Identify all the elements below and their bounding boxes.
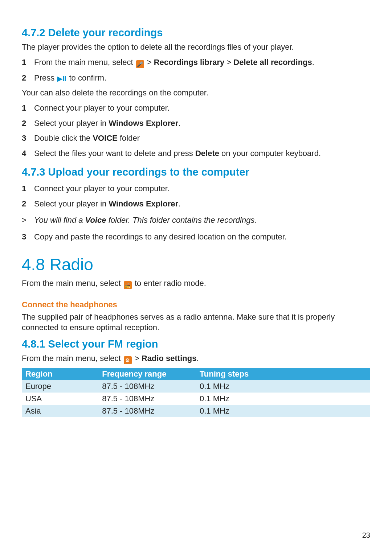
- text: Double click the: [34, 134, 93, 143]
- step-number: 1: [22, 103, 26, 114]
- text: .: [196, 354, 199, 363]
- step-number: 3: [22, 231, 26, 242]
- step-number: 1: [22, 57, 26, 68]
- table-row: Asia 87.5 - 108MHz 0.1 MHz: [22, 405, 370, 417]
- heading-4-8: 4.8 Radio: [22, 255, 370, 274]
- step-472b-1: 1 Connect your player to your computer.: [22, 100, 370, 116]
- steps-473: 1 Connect your player to your computer. …: [22, 181, 370, 211]
- text: Select the files your want to delete and…: [34, 149, 195, 158]
- text-bold: Voice: [85, 216, 106, 225]
- text-bold: Recordings library: [154, 58, 224, 67]
- step-472b-3: 3 Double click the VOICE folder: [22, 131, 370, 146]
- para-48-intro: From the main menu, select 📻 to enter ra…: [22, 278, 370, 289]
- heading-connect-headphones: Connect the headphones: [22, 300, 370, 309]
- th-tuning: Tuning steps: [196, 368, 370, 380]
- cell-region: Asia: [22, 405, 98, 417]
- text: From the main menu, select: [22, 354, 123, 363]
- cell-region: USA: [22, 393, 98, 405]
- heading-4-8-1: 4.8.1 Select your FM region: [22, 338, 370, 350]
- steps-472b: 1 Connect your player to your computer. …: [22, 100, 370, 161]
- text-bold: VOICE: [93, 134, 117, 143]
- cell-freq: 87.5 - 108MHz: [98, 405, 196, 417]
- step-number: 2: [22, 118, 26, 129]
- radio-icon: 📻: [124, 281, 132, 289]
- step-473-1: 1 Connect your player to your computer.: [22, 181, 370, 196]
- table-header-row: Region Frequency range Tuning steps: [22, 368, 370, 380]
- step-number: 1: [22, 183, 26, 194]
- para-headphones: The supplied pair of headphones serves a…: [22, 312, 370, 333]
- cell-step: 0.1 MHz: [196, 393, 370, 405]
- mic-icon: 🎤: [136, 60, 144, 68]
- text: You will find a: [34, 216, 85, 225]
- fm-region-table: Region Frequency range Tuning steps Euro…: [22, 368, 370, 417]
- text: folder: [118, 134, 140, 143]
- cell-region: Europe: [22, 380, 98, 393]
- text: folder. This folder contains the recordi…: [106, 216, 257, 225]
- heading-4-7-3: 4.7.3 Upload your recordings to the comp…: [22, 166, 370, 178]
- text: Select your player in: [34, 199, 109, 208]
- table-row: Europe 87.5 - 108MHz 0.1 MHz: [22, 380, 370, 393]
- step-472a-2: 2 Press ▶II to confirm.: [22, 70, 370, 86]
- cell-step: 0.1 MHz: [196, 380, 370, 393]
- text: .: [178, 119, 180, 128]
- text-bold: Radio settings: [142, 354, 197, 363]
- th-frequency: Frequency range: [98, 368, 196, 380]
- para-472-also: Your can also delete the recordings on t…: [22, 87, 370, 98]
- play-pause-icon: ▶II: [57, 74, 66, 83]
- text: to enter radio mode.: [132, 279, 206, 288]
- page-number: 23: [362, 531, 370, 539]
- cell-freq: 87.5 - 108MHz: [98, 380, 196, 393]
- text: Copy and paste the recordings to any des…: [34, 232, 287, 241]
- text: Connect your player to your computer.: [34, 103, 170, 112]
- step-number: 2: [22, 73, 26, 83]
- text-bold: Delete: [195, 149, 219, 158]
- para-481-intro: From the main menu, select ⚙ > Radio set…: [22, 353, 370, 364]
- note-marker: >: [22, 215, 26, 226]
- text: on your computer keyboard.: [219, 149, 321, 158]
- text: Connect your player to your computer.: [34, 184, 170, 193]
- step-number: 3: [22, 133, 26, 144]
- steps-473b: 3 Copy and paste the recordings to any d…: [22, 229, 370, 245]
- text: Press: [34, 73, 57, 82]
- step-472b-2: 2 Select your player in Windows Explorer…: [22, 116, 370, 131]
- text: From the main menu, select: [22, 279, 123, 288]
- heading-4-7-2: 4.7.2 Delete your recordings: [22, 27, 370, 39]
- text: >: [132, 354, 142, 363]
- text: .: [178, 199, 180, 208]
- text: >: [145, 58, 154, 67]
- cell-step: 0.1 MHz: [196, 405, 370, 417]
- text: Select your player in: [34, 119, 109, 128]
- text: >: [224, 58, 233, 67]
- text: From the main menu, select: [34, 58, 135, 67]
- step-472a-1: 1 From the main menu, select 🎤 > Recordi…: [22, 55, 370, 70]
- text-bold: Delete all recordings: [233, 58, 312, 67]
- step-473-note: > You will find a Voice folder. This fol…: [22, 213, 370, 228]
- text: .: [312, 58, 314, 67]
- cell-freq: 87.5 - 108MHz: [98, 393, 196, 405]
- para-472-intro: The player provides the option to delete…: [22, 42, 370, 53]
- step-473-2: 2 Select your player in Windows Explorer…: [22, 196, 370, 212]
- text: to confirm.: [67, 73, 106, 82]
- text-bold: Windows Explorer: [109, 199, 178, 208]
- th-region: Region: [22, 368, 98, 380]
- step-473-3: 3 Copy and paste the recordings to any d…: [22, 229, 370, 245]
- manual-page: 4.7.2 Delete your recordings The player …: [0, 0, 392, 554]
- gear-icon: ⚙: [124, 356, 132, 364]
- step-472b-4: 4 Select the files your want to delete a…: [22, 146, 370, 161]
- table-row: USA 87.5 - 108MHz 0.1 MHz: [22, 393, 370, 405]
- steps-472a: 1 From the main menu, select 🎤 > Recordi…: [22, 55, 370, 86]
- text-bold: Windows Explorer: [109, 119, 178, 128]
- step-number: 2: [22, 198, 26, 209]
- step-number: 4: [22, 148, 26, 159]
